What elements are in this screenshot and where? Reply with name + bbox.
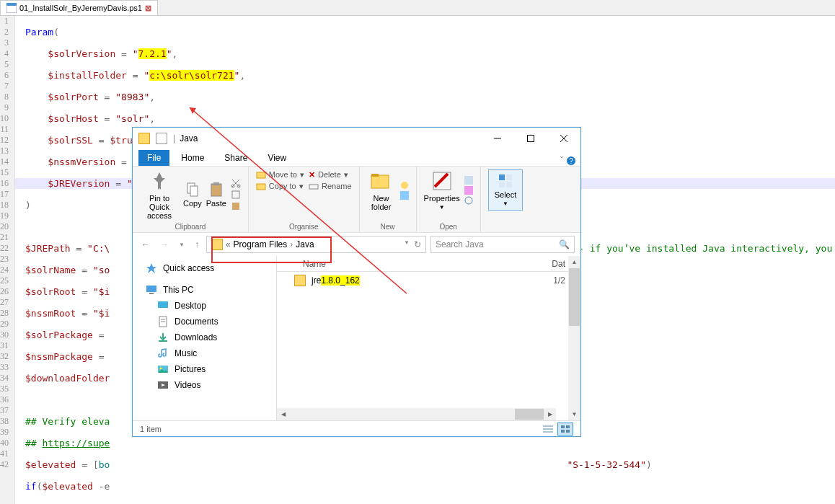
svg-rect-24 <box>464 176 473 185</box>
sidebar-pictures[interactable]: Pictures <box>140 361 269 377</box>
svg-rect-10 <box>211 184 221 196</box>
svg-rect-17 <box>257 184 265 190</box>
ribbon-tab-view[interactable]: View <box>259 150 295 166</box>
sidebar-this-pc[interactable]: This PC <box>140 282 269 298</box>
view-details-button[interactable] <box>540 423 556 436</box>
svg-rect-14 <box>232 191 239 198</box>
folder-icon <box>294 275 306 286</box>
copyto-button[interactable]: Copy to ▾ <box>256 181 304 191</box>
separator-icon: | <box>173 133 175 143</box>
paste-button[interactable]: Paste <box>206 182 226 208</box>
edit-button[interactable] <box>464 186 473 195</box>
sidebar-documents[interactable]: Documents <box>140 314 269 330</box>
folder-item-jre[interactable]: jre1.8.0_162 1/2 <box>277 272 568 289</box>
open-button[interactable] <box>464 176 473 185</box>
vertical-scrollbar[interactable]: ▲▼ <box>568 256 580 420</box>
cut-button[interactable] <box>231 178 241 188</box>
svg-rect-20 <box>371 174 379 177</box>
nav-recent-button[interactable]: ▼ <box>176 239 187 251</box>
svg-rect-11 <box>213 182 219 185</box>
rename-button[interactable]: Rename <box>309 181 352 191</box>
address-bar[interactable]: « Program Files › Java ▼↻ <box>206 236 426 253</box>
close-button[interactable] <box>547 128 580 149</box>
ribbon-tab-share[interactable]: Share <box>216 150 256 166</box>
svg-rect-32 <box>149 293 154 294</box>
copy-path-icon <box>231 190 241 200</box>
item-count: 1 item <box>140 425 162 433</box>
svg-rect-1 <box>6 3 17 6</box>
new-folder-button[interactable]: New folder <box>367 169 396 211</box>
svg-rect-19 <box>371 175 389 188</box>
sidebar-desktop[interactable]: Desktop <box>140 298 269 314</box>
search-input[interactable]: Search Java 🔍 <box>430 236 575 253</box>
status-bar: 1 item <box>133 420 580 436</box>
paste-shortcut-button[interactable] <box>231 201 241 211</box>
ribbon-tab-home[interactable]: Home <box>172 150 213 166</box>
explorer-content: Name Dat jre1.8.0_162 1/2 ◀▶ ▲▼ <box>277 256 580 420</box>
svg-rect-25 <box>464 186 473 195</box>
address-dropdown-icon[interactable]: ▼ <box>404 239 410 249</box>
folder-date: 1/2 <box>553 275 565 286</box>
svg-rect-33 <box>158 301 168 308</box>
ribbon-home: Pin to Quick access Copy Paste Clipboard <box>133 167 580 233</box>
ribbon-tab-file[interactable]: File <box>138 150 169 166</box>
horizontal-scrollbar[interactable]: ◀▶ <box>277 408 556 420</box>
easy-access-button[interactable] <box>400 191 409 200</box>
history-button[interactable] <box>464 196 473 205</box>
sidebar-videos[interactable]: Videos <box>140 377 269 393</box>
view-large-button[interactable] <box>557 423 573 436</box>
refresh-icon[interactable]: ↻ <box>414 239 421 249</box>
desktop-icon <box>157 300 169 311</box>
downloads-icon <box>157 332 169 343</box>
svg-rect-22 <box>400 191 409 200</box>
ps1-file-icon <box>6 3 17 13</box>
sidebar-music[interactable]: Music <box>140 345 269 361</box>
copy-button[interactable]: Copy <box>183 182 202 208</box>
svg-rect-3 <box>528 136 534 142</box>
cut-icon <box>231 178 241 188</box>
paste-shortcut-icon <box>231 201 241 211</box>
help-icon[interactable]: ? <box>566 156 576 166</box>
group-label-open: Open <box>424 223 473 231</box>
overflow-icon[interactable] <box>156 133 167 144</box>
ribbon-tabs: File Home Share View ˇ ? <box>133 149 580 167</box>
svg-text:?: ? <box>569 157 573 165</box>
ribbon-collapse-icon[interactable]: ˇ <box>560 156 563 166</box>
install-folder-highlight: c:\solr\solr721 <box>149 70 234 81</box>
file-tab[interactable]: 01_InstallSolr_ByJeremyDavis.ps1 ⊠ <box>0 0 158 15</box>
svg-rect-45 <box>561 430 565 433</box>
delete-icon: ✕ <box>309 170 315 180</box>
svg-point-26 <box>465 197 472 204</box>
file-list[interactable]: jre1.8.0_162 1/2 <box>277 272 568 408</box>
sidebar-quick-access[interactable]: Quick access <box>140 260 269 276</box>
svg-rect-46 <box>566 430 570 433</box>
column-name[interactable]: Name <box>303 259 326 269</box>
select-button[interactable]: Select▼ <box>488 169 523 211</box>
svg-rect-27 <box>499 174 505 180</box>
copy-path-button[interactable] <box>231 190 241 200</box>
minimize-button[interactable] <box>481 128 514 149</box>
maximize-button[interactable] <box>514 128 547 149</box>
column-headers[interactable]: Name Dat <box>277 256 568 272</box>
nav-back-button[interactable]: ← <box>138 236 153 252</box>
select-icon <box>498 173 513 189</box>
properties-button[interactable]: Properties▼ <box>424 169 460 211</box>
crumb-program-files[interactable]: Program Files <box>234 239 288 249</box>
moveto-icon <box>256 169 266 180</box>
moveto-button[interactable]: Move to ▾ <box>256 169 304 180</box>
pin-quick-access-button[interactable]: Pin to Quick access <box>140 169 179 220</box>
copy-icon <box>185 182 200 198</box>
tab-close-icon[interactable]: ⊠ <box>145 4 151 13</box>
delete-button[interactable]: ✕Delete ▾ <box>309 170 348 180</box>
pc-icon <box>146 284 157 296</box>
window-titlebar[interactable]: | Java <box>133 128 580 149</box>
folder-icon <box>138 133 150 144</box>
nav-forward-button[interactable]: → <box>157 236 172 252</box>
column-date[interactable]: Dat <box>552 259 565 269</box>
svg-rect-29 <box>499 182 505 187</box>
crumb-java[interactable]: Java <box>296 239 314 249</box>
svg-point-21 <box>401 182 408 189</box>
new-item-button[interactable] <box>400 181 409 190</box>
nav-up-button[interactable]: ↑ <box>192 236 202 252</box>
sidebar-downloads[interactable]: Downloads <box>140 330 269 345</box>
